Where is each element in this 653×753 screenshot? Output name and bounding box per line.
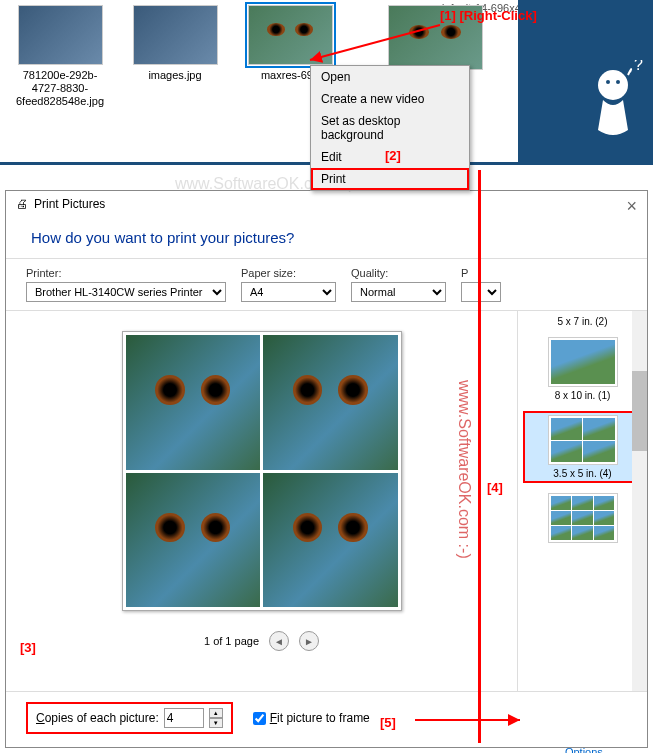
copies-down[interactable]: ▼ (209, 718, 223, 728)
svg-point-2 (616, 80, 620, 84)
copies-input[interactable] (164, 708, 204, 728)
mascot-icon: ? (578, 60, 648, 150)
annotation-2: [2] (385, 148, 401, 163)
menu-create-video[interactable]: Create a new video (311, 88, 469, 110)
preview-page (122, 331, 402, 611)
side-panel: ? (518, 0, 653, 165)
options-link[interactable]: Options... (26, 746, 612, 753)
svg-point-1 (606, 80, 610, 84)
printer-label: Printer: (26, 267, 226, 279)
copies-box: Copies of each picture: ▲ ▼ (26, 702, 233, 734)
layout-8x10[interactable]: 8 x 10 in. (1) (523, 337, 642, 401)
quality-label: Quality: (351, 267, 446, 279)
dialog-header: How do you want to print your pictures? (6, 217, 647, 258)
printer-select[interactable]: Brother HL-3140CW series Printer (26, 282, 226, 302)
vertical-separator (478, 170, 481, 743)
annotation-5: [5] (380, 715, 396, 730)
p-select[interactable] (461, 282, 501, 302)
menu-print[interactable]: Print (311, 168, 469, 190)
copies-label: Copies of each picture: (36, 711, 159, 725)
layout-5x7[interactable]: 5 x 7 in. (2) (523, 316, 642, 327)
preview-area: 1 of 1 page ◄ ► (6, 311, 517, 691)
next-page-button[interactable]: ► (299, 631, 319, 651)
context-menu: Open Create a new video Set as desktop b… (310, 65, 470, 191)
dialog-title: Print Pictures (34, 197, 105, 211)
arrow-5 (410, 710, 530, 730)
paper-select[interactable]: A4 (241, 282, 336, 302)
layout-3_5x5[interactable]: 3.5 x 5 in. (4) (523, 411, 642, 483)
dialog-title-bar: 🖨 Print Pictures × (6, 191, 647, 217)
layout-wallet[interactable] (523, 493, 642, 543)
printer-icon: 🖨 (16, 197, 28, 211)
annotation-1: [1] [Right-Click] (440, 8, 537, 23)
annotation-4: [4] (487, 480, 503, 495)
svg-line-4 (310, 25, 440, 60)
paper-label: Paper size: (241, 267, 336, 279)
scrollbar[interactable] (632, 311, 647, 691)
print-controls: Printer: Brother HL-3140CW series Printe… (6, 258, 647, 311)
fit-checkbox[interactable] (253, 712, 266, 725)
file-item[interactable]: 781200e-292b-4727-8830-6feed828548e.jpg (10, 5, 110, 109)
annotation-3: [3] (20, 640, 36, 655)
layout-pane: 5 x 7 in. (2) 8 x 10 in. (1) 3.5 x 5 in.… (517, 311, 647, 691)
fit-checkbox-label[interactable]: Fit picture to frame (253, 711, 370, 725)
preview-nav: 1 of 1 page ◄ ► (204, 631, 319, 651)
close-button[interactable]: × (626, 196, 637, 217)
prev-page-button[interactable]: ◄ (269, 631, 289, 651)
svg-point-0 (598, 70, 628, 100)
file-item[interactable]: images.jpg (125, 5, 225, 82)
quality-select[interactable]: Normal (351, 282, 446, 302)
print-dialog: 🖨 Print Pictures × How do you want to pr… (5, 190, 648, 748)
arrow-1 (300, 20, 450, 70)
svg-text:?: ? (634, 60, 643, 73)
menu-set-background[interactable]: Set as desktop background (311, 110, 469, 146)
copies-up[interactable]: ▲ (209, 708, 223, 718)
p-label: P (461, 267, 501, 279)
